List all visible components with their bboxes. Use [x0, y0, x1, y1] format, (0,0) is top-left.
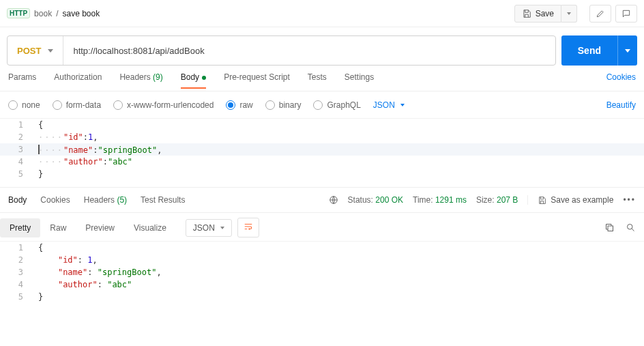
request-tabs: Params Authorization Headers (9) Body Pr… — [0, 66, 644, 91]
pencil-icon — [596, 9, 605, 18]
save-example-label: Save as example — [551, 195, 613, 205]
breadcrumb-sep: / — [56, 9, 58, 18]
resp-tab-cookies[interactable]: Cookies — [40, 195, 70, 205]
chevron-down-icon — [625, 49, 630, 53]
modified-dot-icon — [202, 76, 206, 80]
headers-count: (9) — [153, 72, 163, 82]
tab-params[interactable]: Params — [8, 72, 36, 89]
search-button[interactable] — [626, 222, 636, 233]
time-value: 1291 ms — [435, 195, 467, 205]
view-pretty[interactable]: Pretty — [0, 218, 40, 237]
view-preview[interactable]: Preview — [76, 218, 124, 237]
line-number: 3 — [0, 145, 31, 154]
size-block: Size: 207 B — [476, 195, 518, 205]
line-number: 1 — [0, 120, 31, 130]
save-label: Save — [536, 9, 554, 18]
comment-button[interactable] — [615, 5, 637, 23]
response-format-dropdown[interactable]: JSON — [186, 219, 232, 237]
line-number: 5 — [0, 169, 31, 179]
svg-rect-1 — [608, 226, 613, 231]
radio-none-label: none — [22, 100, 40, 110]
method-dropdown[interactable]: POST — [8, 36, 63, 65]
copy-button[interactable] — [604, 222, 615, 233]
response-view-tabs: Pretty Raw Preview Visualize JSON — [0, 213, 644, 242]
save-icon — [538, 196, 546, 205]
line-number: 4 — [0, 157, 31, 167]
chevron-down-icon — [48, 49, 53, 53]
radio-binary[interactable]: binary — [265, 100, 302, 110]
http-badge: HTTP — [7, 8, 30, 18]
send-button[interactable]: Send — [561, 35, 617, 66]
line-number: 5 — [0, 292, 31, 302]
tab-tests[interactable]: Tests — [308, 72, 327, 89]
url-row: POST http://localhost:8081/api/addBook S… — [0, 27, 644, 66]
line-number: 1 — [0, 243, 31, 253]
tab-body[interactable]: Body — [181, 72, 206, 89]
radio-graphql-label: GraphQL — [327, 100, 360, 110]
cookies-link[interactable]: Cookies — [606, 72, 636, 82]
comment-icon — [621, 9, 631, 18]
response-tabs: Body Cookies Headers (5) Test Results St… — [0, 187, 644, 213]
radio-graphql[interactable]: GraphQL — [313, 100, 360, 110]
content-type-value: JSON — [373, 100, 395, 110]
radio-formdata-label: form-data — [66, 100, 101, 110]
line-number: 4 — [0, 280, 31, 289]
resp-tab-tests[interactable]: Test Results — [141, 195, 185, 205]
body-content-type-dropdown[interactable]: JSON — [373, 100, 405, 110]
breadcrumb-current: save book — [62, 9, 100, 18]
radio-binary-label: binary — [279, 100, 302, 110]
tab-body-label: Body — [181, 72, 199, 82]
radio-formdata[interactable]: form-data — [53, 100, 101, 110]
save-as-example-button[interactable]: Save as example — [527, 195, 613, 205]
save-icon — [522, 9, 531, 18]
save-button[interactable]: Save — [514, 5, 561, 23]
tab-headers-label: Headers — [119, 72, 150, 82]
tab-settings[interactable]: Settings — [345, 72, 374, 89]
response-body-editor[interactable]: 1 { 2 "id": 1, 3 "name": "springBoot", 4… — [0, 242, 644, 303]
method-value: POST — [17, 46, 41, 56]
line-number: 2 — [0, 255, 31, 265]
resp-tab-headers[interactable]: Headers (5) — [84, 195, 127, 205]
more-menu[interactable]: ••• — [623, 195, 636, 205]
beautify-link[interactable]: Beautify — [606, 100, 636, 110]
radio-xurl[interactable]: x-www-form-urlencoded — [113, 100, 214, 110]
radio-raw-label: raw — [239, 100, 252, 110]
url-input[interactable]: http://localhost:8081/api/addBook — [63, 36, 555, 65]
body-type-row: none form-data x-www-form-urlencoded raw… — [0, 91, 644, 119]
response-format-value: JSON — [193, 223, 215, 233]
tab-header: HTTP book / save book Save — [0, 0, 644, 27]
send-dropdown[interactable] — [617, 35, 637, 66]
wrap-lines-button[interactable] — [237, 218, 259, 237]
status-value: 200 OK — [375, 195, 403, 205]
save-dropdown[interactable] — [561, 5, 577, 23]
svg-point-2 — [628, 225, 633, 230]
line-number: 2 — [0, 132, 31, 142]
resp-headers-count: (5) — [117, 195, 127, 205]
chevron-down-icon — [400, 104, 405, 106]
breadcrumb: book / save book — [34, 9, 100, 18]
tab-headers[interactable]: Headers (9) — [119, 72, 162, 89]
tab-prerequest[interactable]: Pre-request Script — [224, 72, 290, 89]
time-block: Time: 1291 ms — [413, 195, 467, 205]
breadcrumb-parent[interactable]: book — [34, 9, 52, 18]
view-raw[interactable]: Raw — [40, 218, 76, 237]
line-number: 3 — [0, 268, 31, 277]
status-block: Status: 200 OK — [348, 195, 403, 205]
resp-headers-label: Headers — [84, 195, 115, 205]
view-visualize[interactable]: Visualize — [124, 218, 176, 237]
request-body-editor[interactable]: 1 { 2 ····"id":1, 3 ····"name":"springBo… — [0, 119, 644, 180]
size-value: 207 B — [497, 195, 518, 205]
globe-icon[interactable] — [329, 195, 338, 205]
chevron-down-icon — [220, 227, 224, 229]
resp-tab-body[interactable]: Body — [8, 195, 27, 205]
radio-raw[interactable]: raw — [226, 100, 252, 110]
radio-none[interactable]: none — [8, 100, 40, 110]
chevron-down-icon — [567, 12, 571, 15]
radio-xurl-label: x-www-form-urlencoded — [127, 100, 214, 110]
edit-button[interactable] — [589, 5, 611, 23]
tab-authorization[interactable]: Authorization — [54, 72, 102, 89]
